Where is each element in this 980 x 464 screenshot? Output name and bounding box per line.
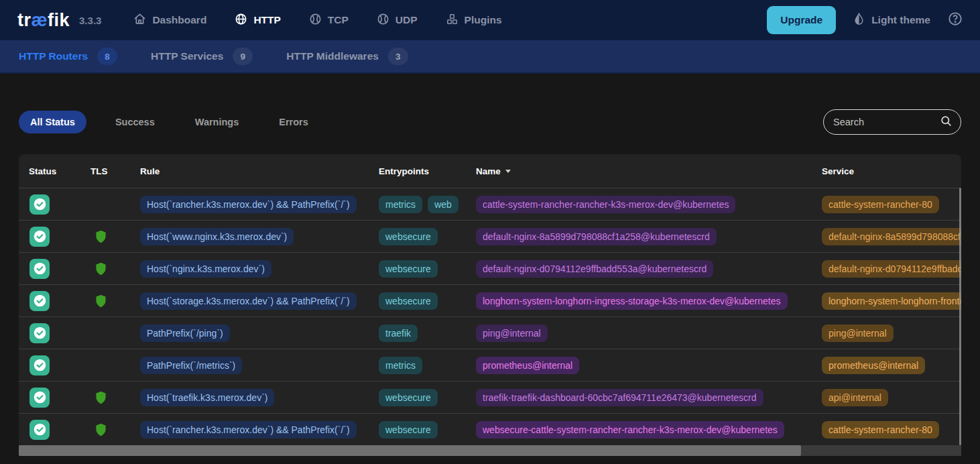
table-row[interactable]: PathPrefix(`/ping`) traefik ping@interna… — [19, 316, 961, 349]
rule-chip: Host(`rancher.k3s.merox.dev`) && PathPre… — [140, 421, 357, 439]
column-header-rule[interactable]: Rule — [140, 166, 379, 176]
nav-item-tcp[interactable]: TCP — [309, 13, 349, 28]
service-chip: cattle-system-rancher-80 — [822, 196, 939, 213]
column-header-tls[interactable]: TLS — [90, 166, 140, 176]
service-cell: cattle-system-rancher-80 — [822, 196, 961, 213]
rule-cell: Host(`rancher.k3s.merox.dev`) && PathPre… — [140, 421, 379, 439]
status-cell — [29, 323, 90, 343]
nav-item-http[interactable]: HTTP — [235, 13, 280, 28]
rule-chip: Host(`www.nginx.k3s.merox.dev`) — [140, 228, 294, 245]
search-input[interactable] — [833, 117, 940, 127]
filter-warnings[interactable]: Warnings — [184, 111, 251, 133]
nav-item-label: HTTP — [253, 14, 280, 26]
status-success-icon — [29, 259, 50, 279]
nav-item-plugins[interactable]: Plugins — [446, 13, 502, 28]
tab-http-middlewares[interactable]: HTTP Middlewares 3 — [286, 48, 408, 65]
entrypoints-cell: websecure — [379, 228, 476, 245]
horizontal-scrollbar-thumb[interactable] — [19, 445, 801, 456]
entrypoints-cell: websecure — [379, 260, 476, 278]
tab-label: HTTP Routers — [19, 50, 88, 62]
home-icon — [133, 13, 146, 28]
tab-http-routers[interactable]: HTTP Routers 8 — [19, 48, 117, 65]
name-chip: longhorn-system-longhorn-ingress-storage… — [476, 292, 788, 310]
name-cell: default-nginx-8a5899d798088cf1a258@kuber… — [476, 228, 822, 245]
help-button[interactable] — [948, 11, 963, 29]
rule-chip: PathPrefix(`/ping`) — [140, 325, 230, 342]
tls-cell — [90, 294, 140, 308]
logo-text: fik — [48, 10, 70, 31]
name-cell: longhorn-system-longhorn-ingress-storage… — [476, 292, 822, 310]
routers-table: Status TLS Rule Entrypoints Name Service… — [19, 154, 961, 456]
vertical-scrollbar[interactable] — [959, 188, 961, 445]
column-header-service[interactable]: Service — [822, 166, 961, 176]
table-row[interactable]: Host(`rancher.k3s.merox.dev`) && PathPre… — [19, 188, 961, 220]
service-cell: ping@internal — [822, 325, 961, 342]
entrypoint-chip: websecure — [379, 421, 438, 439]
service-cell: api@internal — [822, 389, 961, 406]
name-chip: traefik-traefik-dashboard-60cbc7af694711… — [476, 389, 763, 406]
help-icon — [948, 11, 963, 29]
table-row[interactable]: Host(`rancher.k3s.merox.dev`) && PathPre… — [19, 413, 961, 445]
rule-cell: Host(`traefik.k3s.merox.dev`) — [140, 389, 379, 406]
routers-count-badge: 8 — [97, 48, 117, 65]
filter-errors[interactable]: Errors — [267, 111, 320, 133]
top-bar-actions: Upgrade Light theme — [767, 6, 963, 34]
service-chip: longhorn-system-longhorn-frontend — [822, 292, 961, 310]
globe-icon — [235, 13, 247, 28]
filter-success[interactable]: Success — [104, 111, 166, 133]
logo-ae: æ — [32, 10, 48, 31]
service-cell: default-nginx-8a5899d798088cf1a258 — [822, 228, 961, 245]
tls-shield-icon — [95, 230, 140, 243]
ball-icon — [309, 13, 322, 28]
entrypoints-cell: metricsweb — [379, 196, 476, 213]
name-cell: websecure-cattle-system-rancher-rancher-… — [476, 421, 822, 439]
rule-cell: PathPrefix(`/ping`) — [140, 325, 379, 342]
theme-toggle[interactable]: Light theme — [853, 12, 930, 28]
nav-item-udp[interactable]: UDP — [377, 13, 418, 28]
service-chip: ping@internal — [822, 325, 894, 342]
rule-chip: Host(`nginx.k3s.merox.dev`) — [140, 260, 271, 278]
table-row[interactable]: PathPrefix(`/metrics`) metrics prometheu… — [19, 349, 961, 381]
status-success-icon — [29, 355, 50, 375]
column-header-status[interactable]: Status — [29, 166, 90, 176]
rule-cell: PathPrefix(`/metrics`) — [140, 357, 379, 374]
name-cell: traefik-traefik-dashboard-60cbc7af694711… — [476, 389, 822, 406]
nav-item-label: TCP — [328, 14, 349, 26]
table-header: Status TLS Rule Entrypoints Name Service — [19, 154, 961, 188]
section-tabs: HTTP Routers 8 HTTP Services 9 HTTP Midd… — [0, 40, 980, 74]
horizontal-scrollbar-track[interactable] — [19, 445, 961, 456]
service-chip: api@internal — [822, 389, 888, 406]
nav-item-dashboard[interactable]: Dashboard — [133, 13, 206, 28]
table-row[interactable]: Host(`www.nginx.k3s.merox.dev`) websecur… — [19, 220, 961, 252]
entrypoint-chip: metrics — [379, 196, 422, 213]
status-cell — [29, 355, 90, 375]
status-success-icon — [29, 323, 50, 343]
name-chip: default-nginx-d0794112e9ffbadd553a@kuber… — [476, 260, 713, 278]
service-cell: default-nginx-d0794112e9ffbadd553a — [822, 260, 961, 278]
column-header-entrypoints[interactable]: Entrypoints — [379, 166, 476, 176]
entrypoints-cell: websecure — [379, 421, 476, 439]
entrypoints-cell: websecure — [379, 292, 476, 310]
status-success-icon — [29, 420, 50, 440]
filter-row: All Status Success Warnings Errors — [19, 109, 961, 135]
rule-cell: Host(`storage.k3s.merox.dev`) && PathPre… — [140, 292, 379, 310]
status-cell — [29, 388, 90, 408]
service-chip: default-nginx-8a5899d798088cf1a258 — [822, 228, 961, 245]
nav-item-label: UDP — [395, 14, 418, 26]
table-row[interactable]: Host(`nginx.k3s.merox.dev`) websecure de… — [19, 252, 961, 284]
tls-shield-icon — [95, 294, 140, 308]
tab-label: HTTP Services — [151, 50, 223, 62]
traefik-logo[interactable]: træfik — [17, 10, 70, 31]
name-chip: default-nginx-8a5899d798088cf1a258@kuber… — [476, 228, 717, 245]
tab-http-services[interactable]: HTTP Services 9 — [151, 48, 253, 65]
table-row[interactable]: Host(`traefik.k3s.merox.dev`) websecure … — [19, 381, 961, 413]
upgrade-button[interactable]: Upgrade — [767, 6, 836, 34]
table-body: Host(`rancher.k3s.merox.dev`) && PathPre… — [19, 188, 961, 445]
name-chip: websecure-cattle-system-rancher-rancher-… — [476, 421, 784, 439]
status-success-icon — [29, 291, 50, 311]
status-success-icon — [29, 227, 50, 247]
filter-all-status[interactable]: All Status — [19, 111, 86, 133]
table-row[interactable]: Host(`storage.k3s.merox.dev`) && PathPre… — [19, 284, 961, 316]
name-cell: default-nginx-d0794112e9ffbadd553a@kuber… — [476, 260, 822, 278]
column-header-name[interactable]: Name — [476, 166, 822, 176]
